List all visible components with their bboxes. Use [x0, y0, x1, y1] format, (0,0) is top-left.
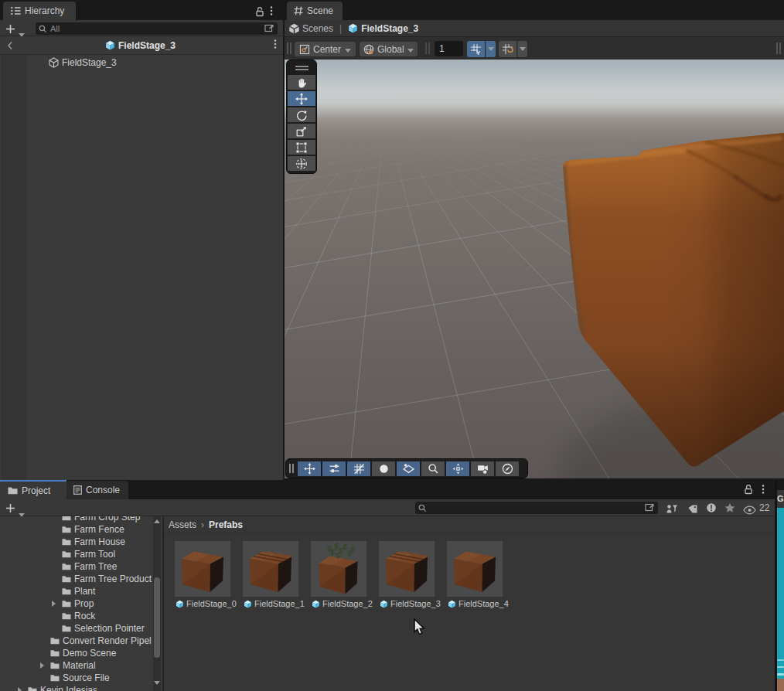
svg-text:Y: Y [476, 49, 480, 56]
